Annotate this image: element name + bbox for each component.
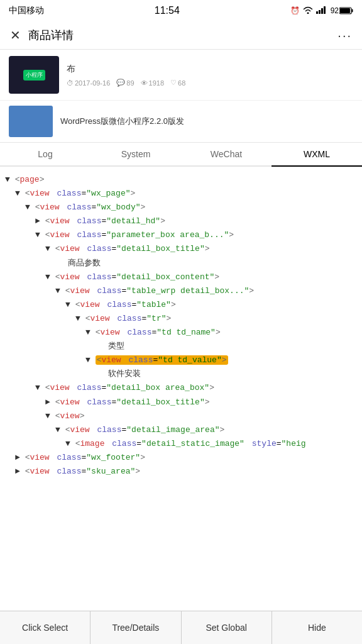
xml-line-13: 类型: [5, 340, 357, 353]
xml-line-12: ▼ <view class="td td_name">: [5, 326, 357, 340]
xml-line-6: ▼ <view class="detail_box_title">: [5, 242, 357, 256]
preview-card-1: 小程序 布 ⏱ 2017-09-16 💬 89 👁 1918 ♡: [0, 50, 362, 100]
preview-card-2: WordPress版微信小程序2.2.0版发: [0, 100, 362, 142]
svg-rect-0: [316, 11, 318, 14]
time-label: 11:54: [155, 5, 180, 16]
xml-line-1: ▼ <page>: [5, 173, 357, 187]
xml-line-22: ► <view class="sku_area">: [5, 465, 357, 479]
xml-line-17: ► <view class="detail_box_title">: [5, 396, 357, 409]
preview-thumbnail-2: [9, 106, 53, 137]
battery-icon: 92: [331, 6, 353, 15]
tab-bar: Log System WeChat WXML: [0, 143, 362, 167]
status-icons: ⏰ 92: [290, 6, 353, 16]
svg-rect-6: [352, 9, 353, 13]
mini-program-badge: 小程序: [23, 70, 45, 80]
bottom-toolbar: Click Select Tree/Details Set Global Hid…: [0, 611, 362, 644]
xml-line-10: ▼ <view class="table">: [5, 298, 357, 312]
preview-card-title-1: 布: [67, 63, 353, 75]
close-icon[interactable]: ✕: [10, 28, 21, 43]
preview-card-content-1: 布 ⏱ 2017-09-16 💬 89 👁 1918 ♡ 68: [67, 63, 353, 87]
heart-icon: ♡: [170, 79, 177, 87]
svg-rect-5: [340, 8, 350, 13]
xml-line-3: ▼ <view class="wx_body">: [5, 201, 357, 214]
xml-line-16: ▼ <view class="detail_box area_box">: [5, 381, 357, 395]
tab-wechat[interactable]: WeChat: [181, 143, 272, 167]
status-bar: 中国移动 11:54 ⏰ 92: [0, 0, 362, 21]
triangle-1: ▼: [5, 175, 10, 184]
tab-system[interactable]: System: [90, 143, 181, 167]
tab-log[interactable]: Log: [0, 143, 90, 167]
clock-icon: ⏱: [67, 79, 74, 87]
xml-line-5: ▼ <view class="parameter_box area_b...">: [5, 228, 357, 242]
xml-line-9: ▼ <view class="table_wrp detail_box...">: [5, 284, 357, 298]
app-header: ✕ 商品详情 ···: [0, 21, 362, 50]
hide-button[interactable]: Hide: [272, 611, 362, 644]
wifi-icon: [303, 6, 313, 16]
eye-icon: 👁: [141, 79, 148, 87]
page-title: 商品详情: [28, 28, 74, 43]
svg-rect-2: [321, 8, 323, 14]
comment-icon: 💬: [116, 79, 125, 87]
set-global-button[interactable]: Set Global: [182, 611, 272, 644]
xml-line-21: ► <view class="wx_footer">: [5, 451, 357, 465]
xml-line-4: ► <view class="detail_hd">: [5, 214, 357, 228]
preview-thumbnail-1: 小程序: [9, 56, 59, 94]
xml-line-19: ▼ <view class="detail_image_area">: [5, 423, 357, 437]
signal-icon: [316, 6, 327, 16]
meta-views: 👁 1918: [141, 79, 164, 87]
xml-line-8: ▼ <view class="detail_box_content">: [5, 270, 357, 284]
preview-card-meta-1: ⏱ 2017-09-16 💬 89 👁 1918 ♡ 68: [67, 79, 353, 87]
svg-rect-1: [319, 10, 321, 14]
tree-details-button[interactable]: Tree/Details: [90, 611, 181, 644]
highlight-tag: <view class="td td_value">: [96, 355, 228, 365]
xml-line-11: ▼ <view class="tr">: [5, 312, 357, 326]
svg-rect-3: [324, 6, 326, 14]
alarm-icon: ⏰: [290, 6, 300, 15]
xml-line-15: 软件安装: [5, 367, 357, 381]
preview-card-title-2: WordPress版微信小程序2.2.0版发: [60, 116, 184, 127]
carrier-label: 中国移动: [9, 5, 44, 16]
xml-line-2: ▼ <view class="wx_page">: [5, 187, 357, 201]
preview-area: 小程序 布 ⏱ 2017-09-16 💬 89 👁 1918 ♡: [0, 50, 362, 143]
xml-line-highlight[interactable]: ▼ <view class="td td_value">: [5, 353, 357, 367]
more-options-icon[interactable]: ···: [337, 28, 352, 43]
xml-line-20: ▼ <image class="detail_static_image" sty…: [5, 437, 357, 451]
wxml-content: ▼ <page> ▼ <view class="wx_page"> ▼ <vie…: [0, 167, 362, 485]
tab-wxml[interactable]: WXML: [272, 143, 362, 167]
xml-line-18: ▼ <view>: [5, 409, 357, 423]
meta-comments: 💬 89: [116, 79, 134, 87]
meta-likes: ♡ 68: [170, 79, 185, 87]
xml-line-7: 商品参数: [5, 257, 357, 270]
click-select-button[interactable]: Click Select: [0, 611, 90, 644]
meta-date: ⏱ 2017-09-16: [67, 79, 110, 87]
header-left: ✕ 商品详情: [10, 28, 74, 43]
